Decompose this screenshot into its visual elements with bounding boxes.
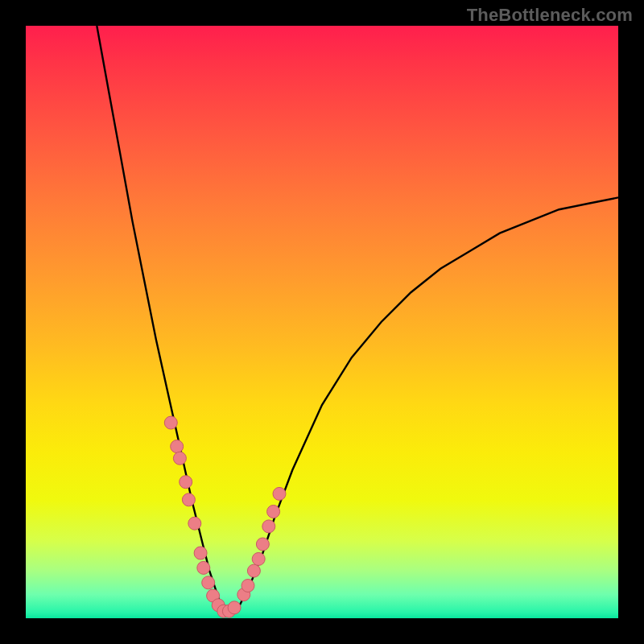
scatter-dot	[171, 440, 184, 453]
watermark-text: TheBottleneck.com	[467, 5, 633, 26]
scatter-dot	[182, 493, 195, 506]
curve-layer	[26, 26, 618, 618]
scatter-dot	[247, 564, 260, 577]
scatter-dot	[256, 538, 269, 551]
scatter-dot	[180, 476, 192, 489]
scatter-dot	[242, 580, 254, 592]
scatter-dot	[197, 561, 210, 574]
scatter-dot	[202, 576, 215, 589]
scatter-dot	[173, 452, 186, 464]
scatter-dot	[273, 487, 286, 500]
scatter-dots	[164, 416, 286, 617]
scatter-dot	[252, 552, 265, 565]
bottleneck-curve	[97, 26, 618, 613]
scatter-dot	[262, 520, 275, 533]
scatter-dot	[267, 506, 280, 518]
scatter-dot	[188, 517, 201, 530]
chart-frame: TheBottleneck.com	[0, 0, 644, 644]
plot-area	[26, 26, 618, 618]
scatter-dot	[228, 601, 241, 614]
scatter-dot	[164, 416, 177, 429]
scatter-dot	[194, 547, 207, 559]
